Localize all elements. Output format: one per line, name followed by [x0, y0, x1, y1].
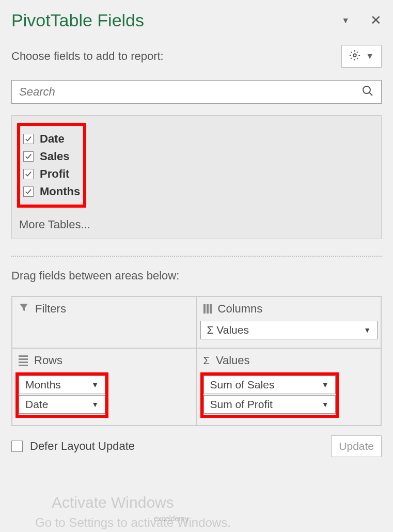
svg-point-1	[363, 86, 370, 93]
search-input[interactable]	[19, 85, 361, 99]
drag-instruction: Drag fields between areas below:	[11, 269, 382, 283]
filters-area[interactable]: Filters	[12, 296, 197, 348]
chevron-down-icon: ▼	[366, 52, 374, 61]
field-item[interactable]: Profit	[23, 165, 80, 183]
field-item[interactable]: Months	[23, 183, 80, 200]
highlight-fields: Date Sales Profit Months	[17, 123, 86, 208]
area-title: Columns	[218, 302, 263, 316]
values-area[interactable]: Σ Values Sum of Sales ▼ Sum of Profit ▼ …	[197, 348, 382, 426]
fields-list[interactable]: Date Sales Profit Months More Tables...	[11, 115, 382, 239]
field-label: Months	[40, 185, 80, 198]
search-icon	[361, 85, 374, 99]
svg-point-0	[353, 54, 356, 57]
columns-icon	[203, 304, 212, 314]
update-button[interactable]: Update	[331, 435, 382, 457]
checkbox-icon[interactable]	[23, 151, 34, 162]
subheader-text: Choose fields to add to report:	[11, 50, 164, 63]
watermark-subtext: Go to Settings to activate Windows.	[35, 515, 231, 530]
field-label: Sales	[40, 150, 70, 163]
search-box[interactable]	[11, 80, 382, 104]
logo-watermark: exceldemy	[154, 514, 188, 523]
tools-button[interactable]: ▼	[341, 45, 382, 68]
checkbox-icon[interactable]	[23, 186, 34, 197]
field-label: Profit	[40, 167, 69, 181]
field-label: Date	[40, 132, 65, 146]
divider	[11, 256, 382, 257]
area-title: Filters	[35, 302, 66, 316]
panel-menu-dropdown[interactable]: ▼	[341, 16, 350, 25]
more-tables-link[interactable]: More Tables...	[17, 212, 376, 233]
area-title: Rows	[34, 354, 62, 367]
svg-line-2	[369, 92, 372, 96]
checkbox-icon[interactable]	[23, 134, 34, 144]
item-label: Σ Values	[207, 324, 249, 336]
field-item[interactable]: Date	[23, 130, 80, 148]
area-title: Values	[216, 354, 250, 367]
field-item[interactable]: Sales	[23, 148, 80, 165]
checkbox-icon[interactable]	[11, 441, 23, 452]
checkbox-icon[interactable]	[23, 169, 34, 179]
defer-label: Defer Layout Update	[30, 440, 135, 453]
gear-icon	[349, 50, 360, 63]
area-item[interactable]: Σ Values ▼	[200, 321, 378, 339]
sigma-icon: Σ	[203, 355, 210, 367]
watermark-text: Activate Windows	[52, 494, 174, 511]
close-icon[interactable]: ✕	[370, 12, 382, 28]
defer-layout-option[interactable]: Defer Layout Update	[11, 440, 135, 453]
areas-grid: Filters Columns Σ Values ▼ Rows Months ▼…	[11, 296, 382, 426]
chevron-down-icon: ▼	[364, 326, 371, 334]
panel-title: PivotTable Fields	[11, 10, 144, 30]
rows-icon	[19, 355, 28, 366]
columns-area[interactable]: Columns Σ Values ▼	[197, 296, 382, 348]
rows-area[interactable]: Rows Months ▼ Date ▼ x x	[12, 348, 197, 426]
filter-icon	[19, 302, 29, 316]
